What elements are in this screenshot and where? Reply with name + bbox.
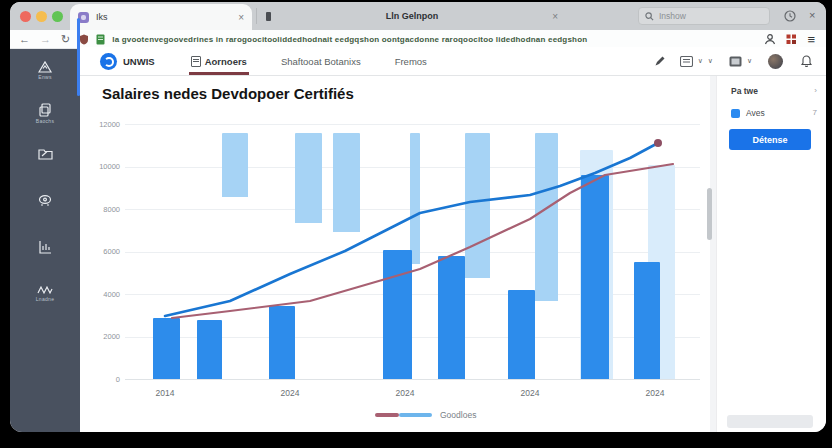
url-text[interactable]: la gvootenvegoovedrines in rarogoocitool… bbox=[112, 35, 632, 44]
search-icon bbox=[645, 12, 654, 21]
maximize-window-button[interactable] bbox=[52, 11, 63, 22]
tab-strip: Iks × Lln Gelnpon × Inshow × bbox=[10, 2, 826, 30]
chevron-down-icon[interactable]: ∨ bbox=[747, 57, 752, 65]
sidebar-item-documents[interactable]: Baochs bbox=[10, 103, 80, 124]
tab2-favicon bbox=[266, 12, 271, 21]
nav-tab-forms[interactable]: Fremos bbox=[393, 47, 429, 75]
browser-window: Iks × Lln Gelnpon × Inshow × ← → ↻ bbox=[10, 2, 826, 432]
logo-icon bbox=[100, 53, 117, 70]
apply-button[interactable]: Détense bbox=[729, 129, 811, 150]
navbar-actions: ∨ ∨ ∨ bbox=[654, 47, 826, 75]
strip-close-icon[interactable]: × bbox=[809, 9, 815, 21]
eye-icon bbox=[37, 194, 53, 207]
legend-swatch-mauve bbox=[375, 413, 399, 417]
chart-card: Salaires nedes Devdopoer Certifiés 12000… bbox=[80, 76, 710, 432]
panel-header: Pa twe bbox=[731, 86, 758, 96]
y-axis-tick: 8000 bbox=[103, 205, 120, 214]
nav-tab-label: Shaftooat Botanixs bbox=[281, 56, 361, 67]
app-logo[interactable]: UNWIS bbox=[100, 47, 155, 75]
y-axis-tick: 0 bbox=[116, 375, 120, 384]
bell-icon[interactable] bbox=[801, 55, 812, 67]
sidebar-item-home[interactable]: Enws bbox=[10, 60, 80, 80]
screenshot-root: { "browser": { "tab1_title": "Iks", "tab… bbox=[0, 0, 832, 448]
logo-swirl bbox=[104, 57, 114, 67]
chevron-down-icon[interactable]: ∨ bbox=[708, 57, 713, 65]
mountain-icon bbox=[37, 60, 53, 73]
extensions-grid-icon[interactable] bbox=[786, 34, 797, 45]
legend-swatch-blue bbox=[399, 413, 432, 417]
page-icon[interactable] bbox=[96, 34, 105, 45]
y-axis-tick: 12000 bbox=[99, 120, 120, 129]
filter-panel: Pa twe › Aves 7 Détense bbox=[716, 76, 826, 432]
y-axis-tick: 2000 bbox=[103, 332, 120, 341]
waves-icon bbox=[37, 285, 53, 295]
avatar[interactable] bbox=[768, 54, 783, 69]
chart-title: Salaires nedes Devdopoer Certifiés bbox=[102, 85, 354, 102]
x-axis-tick: 2024 bbox=[281, 388, 300, 398]
image-frame-icon[interactable] bbox=[729, 56, 742, 67]
pen-icon[interactable] bbox=[654, 55, 666, 67]
nav-tab-label: Aornoers bbox=[205, 56, 247, 67]
sidebar-item-label: Baochs bbox=[36, 118, 54, 124]
nav-tab-records[interactable]: Aornoers bbox=[189, 47, 249, 75]
panel-footer-bar[interactable] bbox=[727, 415, 813, 428]
search-placeholder: Inshow bbox=[659, 11, 686, 21]
chart-lines bbox=[125, 124, 700, 379]
tab-separator bbox=[256, 8, 257, 24]
tab2-close-icon[interactable]: × bbox=[552, 11, 558, 22]
x-axis-tick: 2024 bbox=[646, 388, 665, 398]
browser-tab-inactive[interactable]: Lln Gelnpon × bbox=[256, 2, 568, 30]
profile-icon[interactable] bbox=[764, 33, 776, 45]
sidebar-item-view[interactable] bbox=[10, 194, 80, 208]
y-axis-tick: 4000 bbox=[103, 290, 120, 299]
close-window-button[interactable] bbox=[20, 11, 31, 22]
sidebar-item-analytics[interactable]: Lnadne bbox=[10, 285, 80, 302]
filter-checkbox[interactable] bbox=[731, 109, 740, 118]
mauve-line bbox=[172, 164, 673, 318]
sidebar-item-label: Enws bbox=[38, 74, 51, 80]
filter-count: 7 bbox=[813, 108, 817, 117]
tab-title: Iks bbox=[96, 12, 232, 22]
sidebar-item-label: Lnadne bbox=[36, 296, 55, 302]
forward-button[interactable]: → bbox=[40, 34, 51, 45]
chart-icon bbox=[38, 240, 52, 254]
x-axis-tick: 2024 bbox=[521, 388, 540, 398]
tab2-title: Lln Gelnpon bbox=[278, 11, 546, 21]
shield-icon[interactable] bbox=[79, 34, 89, 45]
legend-label: Goodloes bbox=[440, 410, 476, 420]
minimize-window-button[interactable] bbox=[36, 11, 47, 22]
folder-icon bbox=[38, 148, 53, 160]
nav-tab-label: Fremos bbox=[395, 56, 427, 67]
line-end-dot bbox=[654, 139, 662, 147]
app-sidebar: Enws Baochs bbox=[10, 49, 80, 432]
blue-line bbox=[165, 143, 658, 316]
y-axis-tick: 10000 bbox=[99, 162, 120, 171]
y-axis-labels: 120001000080006000400020000 bbox=[80, 124, 120, 387]
list-icon[interactable] bbox=[680, 56, 693, 67]
chevron-down-icon[interactable]: ∨ bbox=[698, 57, 703, 65]
brand-name: UNWIS bbox=[123, 56, 155, 67]
reload-button[interactable]: ↻ bbox=[61, 34, 70, 45]
tab-close-icon[interactable]: × bbox=[238, 12, 244, 23]
chart-plot-area bbox=[125, 124, 700, 379]
document-icon bbox=[191, 56, 201, 67]
nav-tab-settings[interactable]: Shaftooat Botanixs bbox=[279, 47, 363, 75]
chart-legend: Goodloes bbox=[375, 410, 476, 420]
gridline bbox=[125, 379, 700, 380]
x-axis-tick: 2024 bbox=[396, 388, 415, 398]
y-axis-tick: 6000 bbox=[103, 247, 120, 256]
clock-icon[interactable] bbox=[784, 10, 796, 22]
x-axis-tick: 2014 bbox=[156, 388, 175, 398]
browser-tab-active[interactable]: Iks × bbox=[70, 4, 252, 30]
scrollbar-thumb[interactable] bbox=[707, 188, 712, 240]
back-button[interactable]: ← bbox=[19, 34, 30, 45]
sidebar-item-folder[interactable] bbox=[10, 148, 80, 161]
menu-icon[interactable]: ≡ bbox=[807, 33, 815, 46]
pages-icon bbox=[38, 103, 52, 117]
filter-label: Aves bbox=[746, 108, 765, 118]
search-input[interactable]: Inshow bbox=[638, 7, 770, 25]
panel-expand-icon[interactable]: › bbox=[814, 86, 817, 95]
app-navbar: UNWIS Aornoers Shaftooat Botanixs Fremos… bbox=[80, 47, 826, 76]
sidebar-item-reports[interactable] bbox=[10, 240, 80, 255]
